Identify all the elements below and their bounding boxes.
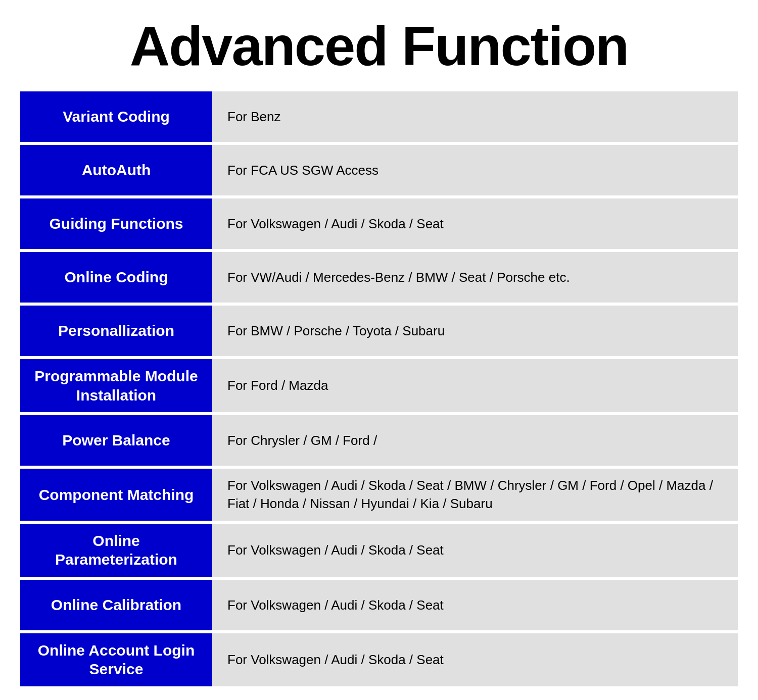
feature-value: For Volkswagen / Audi / Skoda / Seat / B… xyxy=(212,469,738,521)
feature-label: Variant Coding xyxy=(20,91,212,142)
table-row: Online CalibrationFor Volkswagen / Audi … xyxy=(20,580,738,630)
feature-label: AutoAuth xyxy=(20,145,212,195)
table-row: Online ParameterizationFor Volkswagen / … xyxy=(20,524,738,577)
feature-label: Online Coding xyxy=(20,252,212,303)
feature-value: For FCA US SGW Access xyxy=(212,145,738,195)
feature-value: For Ford / Mazda xyxy=(212,359,738,412)
table-row: Online Account Login ServiceFor Volkswag… xyxy=(20,633,738,686)
feature-label: Online Account Login Service xyxy=(20,633,212,686)
feature-label: Online Calibration xyxy=(20,580,212,630)
table-row: PersonallizationFor BMW / Porsche / Toyo… xyxy=(20,306,738,356)
feature-label: Power Balance xyxy=(20,415,212,466)
table-row: Power BalanceFor Chrysler / GM / Ford / xyxy=(20,415,738,466)
feature-label: Personallization xyxy=(20,306,212,356)
feature-value: For BMW / Porsche / Toyota / Subaru xyxy=(212,306,738,356)
feature-value: For Volkswagen / Audi / Skoda / Seat xyxy=(212,198,738,249)
feature-label: Programmable Module Installation xyxy=(20,359,212,412)
page-title: Advanced Function xyxy=(20,15,738,76)
feature-value: For Chrysler / GM / Ford / xyxy=(212,415,738,466)
feature-value: For Volkswagen / Audi / Skoda / Seat xyxy=(212,524,738,577)
feature-label: Online Parameterization xyxy=(20,524,212,577)
table-row: Variant CodingFor Benz xyxy=(20,91,738,142)
table-row: Programmable Module InstallationFor Ford… xyxy=(20,359,738,412)
feature-value: For Benz xyxy=(212,91,738,142)
table-row: AutoAuthFor FCA US SGW Access xyxy=(20,145,738,195)
feature-value: For Volkswagen / Audi / Skoda / Seat xyxy=(212,633,738,686)
feature-label: Guiding Functions xyxy=(20,198,212,249)
feature-value: For VW/Audi / Mercedes-Benz / BMW / Seat… xyxy=(212,252,738,303)
table-row: Guiding FunctionsFor Volkswagen / Audi /… xyxy=(20,198,738,249)
table-row: Online CodingFor VW/Audi / Mercedes-Benz… xyxy=(20,252,738,303)
page-container: Advanced Function Variant CodingFor Benz… xyxy=(0,0,758,700)
features-table: Variant CodingFor BenzAutoAuthFor FCA US… xyxy=(20,91,738,686)
feature-value: For Volkswagen / Audi / Skoda / Seat xyxy=(212,580,738,630)
table-row: Component MatchingFor Volkswagen / Audi … xyxy=(20,469,738,521)
feature-label: Component Matching xyxy=(20,469,212,521)
